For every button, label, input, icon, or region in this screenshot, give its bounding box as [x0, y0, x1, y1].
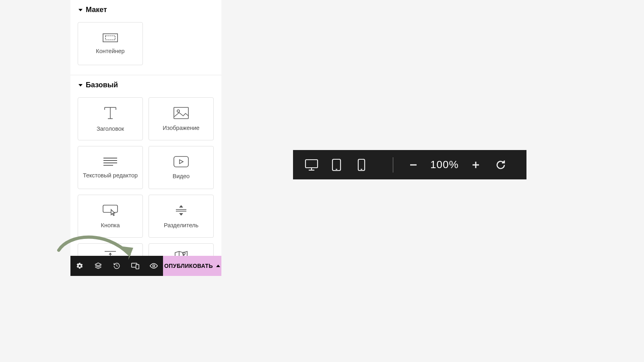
- widget-label: Разделитель: [164, 222, 198, 228]
- text-editor-icon: [103, 157, 118, 167]
- widget-heading[interactable]: Заголовок: [78, 97, 143, 140]
- svg-rect-35: [358, 159, 365, 171]
- widget-button[interactable]: Кнопка: [78, 195, 143, 238]
- svg-rect-15: [103, 205, 118, 212]
- widget-video[interactable]: Видео: [149, 146, 214, 189]
- widget-label: Видео: [173, 173, 190, 179]
- responsive-mode-button[interactable]: [126, 256, 144, 276]
- svg-rect-30: [305, 160, 318, 168]
- widget-label: Изображение: [163, 125, 199, 131]
- footer-icons: [70, 256, 163, 276]
- widget-label: Кнопка: [101, 222, 120, 228]
- svg-rect-13: [174, 156, 188, 167]
- container-icon: [103, 33, 118, 42]
- section-header-layout[interactable]: Макет: [70, 0, 221, 20]
- video-icon: [173, 156, 189, 167]
- widgets-panel: Макет Контейнер Базовый: [70, 0, 221, 276]
- image-icon: [173, 107, 189, 119]
- widget-container[interactable]: Контейнер: [78, 22, 143, 65]
- svg-rect-27: [136, 265, 139, 269]
- svg-marker-14: [180, 160, 183, 164]
- caret-down-icon: [78, 84, 83, 86]
- section-basic: Базовый Заголовок: [70, 75, 221, 271]
- divider-icon: [173, 204, 189, 216]
- widget-label: Текстовый редактор: [83, 172, 138, 179]
- widget-label: Заголовок: [97, 125, 124, 132]
- responsive-toolbar: 100%: [293, 150, 526, 179]
- publish-button[interactable]: ОПУБЛИКОВАТЬ: [163, 256, 221, 276]
- widget-label: Контейнер: [96, 48, 124, 54]
- chevron-up-icon: [216, 265, 220, 267]
- preview-button[interactable]: [144, 256, 163, 276]
- svg-point-8: [177, 110, 180, 112]
- svg-point-28: [153, 265, 155, 267]
- settings-button[interactable]: [70, 256, 89, 276]
- section-header-basic[interactable]: Базовый: [70, 75, 221, 95]
- button-icon: [102, 204, 118, 216]
- widget-divider[interactable]: Разделитель: [149, 195, 214, 238]
- widgets-grid-layout: Контейнер: [70, 20, 221, 75]
- caret-down-icon: [78, 9, 83, 11]
- svg-rect-1: [105, 36, 115, 40]
- zoom-in-button[interactable]: [468, 157, 484, 173]
- device-mobile-button[interactable]: [353, 157, 369, 173]
- heading-icon: [103, 106, 118, 120]
- panel-footer: ОПУБЛИКОВАТЬ: [70, 256, 221, 276]
- svg-marker-21: [109, 253, 112, 255]
- svg-marker-16: [179, 205, 183, 208]
- section-title: Базовый: [86, 81, 118, 89]
- widget-text-editor[interactable]: Текстовый редактор: [78, 146, 143, 189]
- device-desktop-button[interactable]: [303, 157, 320, 173]
- svg-marker-19: [179, 213, 183, 216]
- section-title: Макет: [86, 6, 107, 14]
- svg-rect-7: [174, 107, 188, 119]
- history-button[interactable]: [107, 256, 126, 276]
- reset-zoom-button[interactable]: [493, 157, 509, 173]
- svg-rect-33: [332, 159, 341, 171]
- section-layout: Макет Контейнер: [70, 0, 221, 75]
- widgets-grid-basic: Заголовок Изображение: [70, 95, 221, 271]
- widget-image[interactable]: Изображение: [149, 97, 214, 140]
- zoom-out-button[interactable]: [405, 157, 421, 173]
- device-tablet-button[interactable]: [328, 157, 345, 173]
- publish-label: ОПУБЛИКОВАТЬ: [164, 263, 213, 269]
- navigator-button[interactable]: [89, 256, 107, 276]
- zoom-level: 100%: [430, 158, 459, 171]
- toolbar-separator: [393, 157, 393, 173]
